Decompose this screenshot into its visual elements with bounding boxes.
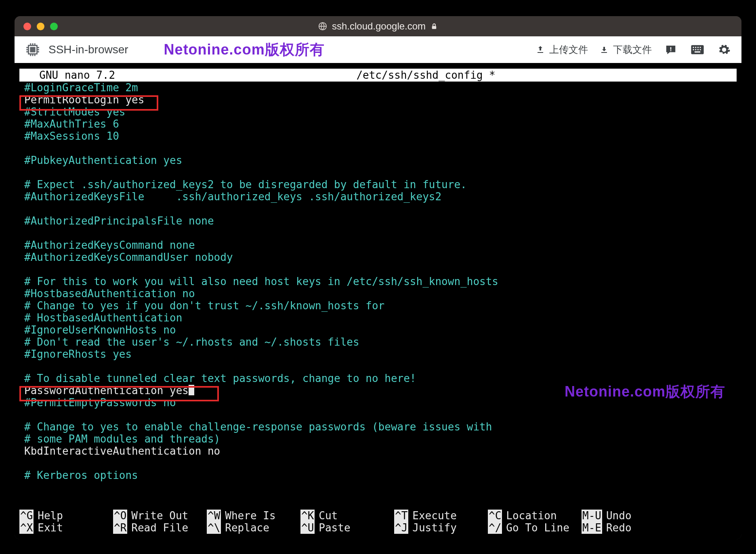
keycap: ^K [300, 510, 315, 522]
editor-line: #HostbasedAuthentication no [24, 287, 732, 300]
nano-shortcut: ^\Replace [207, 522, 300, 534]
svg-rect-3 [31, 48, 35, 52]
nano-shortcut: M-UUndo [582, 510, 675, 522]
svg-rect-7 [670, 50, 672, 51]
shortcut-label: Go To Line [506, 522, 569, 534]
editor-line: #AuthorizedPrincipalsFile none [24, 215, 732, 227]
keyboard-icon[interactable] [690, 44, 705, 55]
nano-app-name: GNU nano 7.2 [19, 69, 115, 82]
shortcut-label: Cut [319, 510, 338, 522]
close-window-button[interactable] [23, 23, 31, 30]
editor-line: #PubkeyAuthentication yes [24, 154, 732, 166]
download-file-label: 下载文件 [613, 43, 652, 56]
keycap: ^C [488, 510, 502, 522]
shortcut-label: Replace [225, 522, 269, 534]
svg-rect-4 [538, 52, 543, 53]
nano-shortcut: ^XExit [19, 522, 113, 534]
editor-line [24, 409, 732, 421]
nano-shortcut: ^/Go To Line [488, 522, 582, 534]
watermark-text: Netonine.com版权所有 [565, 382, 725, 402]
svg-rect-10 [695, 47, 696, 48]
editor-line [24, 166, 732, 178]
editor-line: # For this to work you will also need ho… [24, 275, 732, 287]
download-file-button[interactable]: 下载文件 [599, 43, 652, 56]
svg-rect-1 [432, 26, 437, 29]
minimize-window-button[interactable] [37, 23, 44, 30]
editor-line [24, 227, 732, 239]
editor-line [24, 263, 732, 275]
editor-line: # some PAM modules and threads) [24, 433, 732, 445]
browser-window: ssh.cloud.google.com SSH-in-browser Neto… [15, 16, 741, 539]
svg-rect-5 [601, 52, 607, 53]
shortcut-label: Paste [319, 522, 350, 534]
keycap: M-E [582, 522, 602, 534]
upload-file-label: 上传文件 [549, 43, 588, 56]
keycap: ^T [394, 510, 408, 522]
editor-line: #AuthorizedKeysCommand none [24, 239, 732, 251]
shortcut-label: Undo [606, 510, 632, 522]
toolbar-left: SSH-in-browser [24, 41, 128, 58]
lock-icon [430, 22, 438, 30]
editor-line [24, 142, 732, 154]
svg-rect-12 [700, 47, 701, 48]
shortcut-label: Help [38, 510, 63, 522]
shortcut-label: Location [506, 510, 556, 522]
editor-line [24, 203, 732, 215]
editor-line [24, 457, 732, 469]
nano-shortcut: ^UPaste [300, 522, 394, 534]
editor-line: #AuthorizedKeysCommandUser nobody [24, 251, 732, 263]
editor-line: #IgnoreRhosts yes [24, 348, 732, 360]
nano-shortcut: ^TExecute [394, 510, 488, 522]
terminal-area[interactable]: GNU nano 7.2 /etc/ssh/sshd_config * #Log… [15, 63, 741, 539]
upload-file-button[interactable]: 上传文件 [536, 43, 588, 56]
editor-line: # Don't read the user's ~/.rhosts and ~/… [24, 336, 732, 348]
keycap: ^U [300, 522, 315, 534]
chip-icon [24, 41, 41, 58]
editor-line: #StrictModes yes [24, 106, 732, 118]
window-titlebar: ssh.cloud.google.com [15, 16, 741, 36]
nano-shortcut: ^OWrite Out [113, 510, 207, 522]
maximize-window-button[interactable] [50, 23, 58, 30]
editor-line: #MaxSessions 10 [24, 130, 732, 142]
editor-line [24, 360, 732, 372]
svg-rect-15 [697, 49, 699, 50]
nano-titlebar: GNU nano 7.2 /etc/ssh/sshd_config * [19, 69, 737, 82]
svg-rect-11 [697, 47, 699, 48]
keycap: ^W [207, 510, 221, 522]
editor-line: #LoginGraceTime 2m [24, 82, 732, 94]
app-title: SSH-in-browser [48, 43, 128, 56]
globe-icon [318, 22, 327, 31]
editor-line: # Change to yes to enable challenge-resp… [24, 421, 732, 433]
nano-editor[interactable]: #LoginGraceTime 2mPermitRootLogin yes#St… [19, 82, 737, 481]
traffic-lights [15, 23, 58, 30]
shortcut-label: Where Is [225, 510, 275, 522]
shortcut-label: Redo [606, 522, 632, 534]
shortcut-label: Write Out [131, 510, 188, 522]
gear-icon[interactable] [716, 43, 732, 56]
watermark-text: Netonine.com版权所有 [164, 40, 325, 60]
nano-shortcut: ^GHelp [19, 510, 113, 522]
feedback-icon[interactable] [663, 44, 678, 56]
keycap: ^R [113, 522, 127, 534]
address-bar[interactable]: ssh.cloud.google.com [318, 21, 438, 32]
editor-line: #AuthorizedKeysFile .ssh/authorized_keys… [24, 191, 732, 203]
editor-line: #IgnoreUserKnownHosts no [24, 324, 732, 336]
editor-line: # Expect .ssh/authorized_keys2 to be dis… [24, 178, 732, 191]
svg-rect-17 [695, 51, 700, 52]
text-cursor [189, 385, 194, 395]
nano-footer-row: ^XExit^RRead File^\Replace^UPaste^JJusti… [19, 522, 737, 534]
keycap: ^O [113, 510, 127, 522]
keycap: ^J [394, 522, 408, 534]
nano-shortcut: ^WWhere Is [207, 510, 300, 522]
url-text: ssh.cloud.google.com [332, 21, 426, 32]
nano-file-path: /etc/ssh/sshd_config * [115, 69, 737, 82]
nano-shortcut: ^RRead File [113, 522, 207, 534]
keycap: ^G [19, 510, 34, 522]
keycap: M-U [582, 510, 602, 522]
keycap: ^/ [488, 522, 502, 534]
nano-shortcut: M-ERedo [582, 522, 675, 534]
editor-line: # Kerberos options [24, 469, 732, 481]
svg-rect-14 [695, 49, 696, 50]
shortcut-label: Execute [412, 510, 457, 522]
svg-rect-16 [700, 49, 701, 50]
